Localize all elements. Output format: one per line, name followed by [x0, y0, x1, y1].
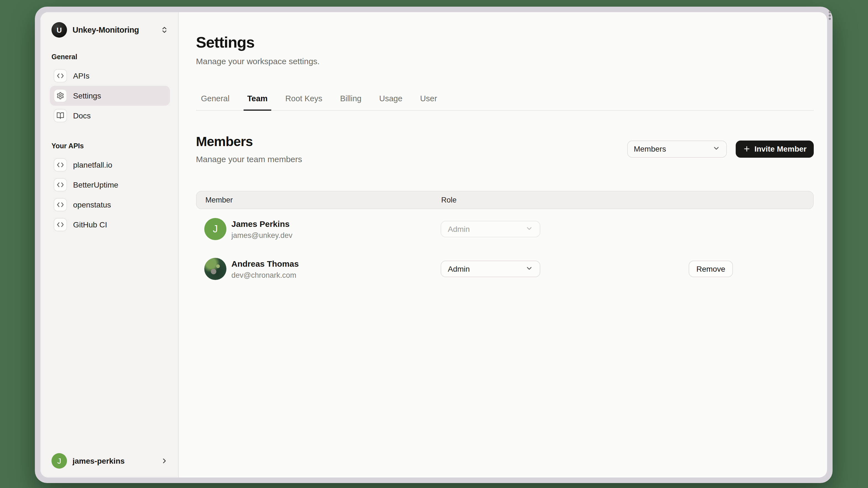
table-row-james-perkins: J James Perkins james@unkey.dev Admin [196, 209, 814, 249]
sidebar-item-label: APIs [73, 71, 89, 80]
user-menu[interactable]: J james-perkins [50, 452, 170, 470]
app-window: U Unkey-Monitoring General APIs [35, 7, 833, 483]
member-email: dev@chronark.com [231, 270, 299, 280]
sidebar-item-betteruptime[interactable]: BetterUptime [50, 175, 170, 195]
tab-root-keys[interactable]: Root Keys [280, 94, 328, 110]
main-content: Settings Manage your workspace settings.… [179, 12, 827, 478]
chevrons-up-down-icon [160, 26, 168, 34]
code-icon [54, 178, 67, 191]
sidebar-item-openstatus[interactable]: openstatus [50, 195, 170, 215]
code-icon [54, 69, 67, 83]
sidebar-item-label: planetfall.io [73, 160, 113, 169]
canvas-background: U Unkey-Monitoring General APIs [0, 0, 868, 488]
page-title: Settings [196, 34, 814, 52]
workspace-name: Unkey-Monitoring [72, 26, 155, 34]
gear-icon [54, 89, 67, 102]
chevron-down-icon [712, 144, 720, 154]
members-title: Members [196, 133, 627, 150]
tab-billing[interactable]: Billing [335, 94, 367, 110]
sidebar-item-settings[interactable]: Settings [50, 86, 170, 106]
sidebar-item-label: Docs [73, 111, 91, 120]
role-cell: Admin [434, 261, 689, 277]
members-header: Members Manage your team members Members [196, 133, 814, 164]
tab-general[interactable]: General [196, 94, 235, 110]
role-cell: Admin [434, 221, 689, 237]
members-filter-select[interactable]: Members [627, 140, 727, 157]
user-name: james-perkins [72, 456, 155, 465]
sidebar-item-label: GitHub CI [73, 220, 107, 229]
tab-team[interactable]: Team [242, 94, 273, 110]
column-header-member: Member [196, 196, 435, 204]
member-avatar: J [204, 218, 226, 240]
sidebar-item-label: openstatus [73, 200, 111, 209]
plus-icon [743, 145, 751, 153]
column-header-role: Role [435, 196, 689, 204]
chevron-down-icon [525, 224, 533, 234]
code-icon [54, 198, 67, 212]
settings-tabs: General Team Root Keys Billing Usage Use… [196, 94, 814, 111]
members-table-header: Member Role [196, 191, 814, 209]
code-icon [54, 218, 67, 231]
member-cell: Andreas Thomas dev@chronark.com [196, 258, 434, 280]
code-icon [54, 158, 67, 171]
window-drag-handle-dots[interactable] [829, 11, 831, 20]
role-select-disabled: Admin [441, 221, 540, 237]
member-name: James Perkins [231, 218, 292, 229]
workspace-switcher[interactable]: U Unkey-Monitoring [50, 21, 170, 39]
remove-member-button[interactable]: Remove [689, 261, 733, 277]
members-subtitle: Manage your team members [196, 154, 627, 164]
sidebar-item-github-ci[interactable]: GitHub CI [50, 215, 170, 235]
role-value: Admin [448, 264, 525, 273]
user-avatar: J [52, 453, 67, 469]
table-row-andreas-thomas: Andreas Thomas dev@chronark.com Admin [196, 249, 814, 289]
sidebar-item-label: Settings [73, 91, 101, 100]
role-value: Admin [448, 225, 525, 233]
workspace-logo: U [52, 22, 67, 38]
role-select[interactable]: Admin [441, 261, 540, 277]
chevron-down-icon [525, 264, 533, 273]
member-name: Andreas Thomas [231, 258, 299, 269]
members-table: Member Role J James Perkins james@unkey.… [196, 191, 814, 289]
member-cell: J James Perkins james@unkey.dev [196, 218, 434, 240]
member-email: james@unkey.dev [231, 230, 292, 240]
sidebar-item-docs[interactable]: Docs [50, 106, 170, 126]
members-filter-value: Members [634, 144, 712, 153]
tab-user[interactable]: User [415, 94, 442, 110]
sidebar-item-apis[interactable]: APIs [50, 66, 170, 86]
unkey-dashboard: U Unkey-Monitoring General APIs [40, 12, 827, 478]
sidebar: U Unkey-Monitoring General APIs [40, 12, 179, 478]
invite-member-button[interactable]: Invite Member [736, 140, 814, 157]
page-subtitle: Manage your workspace settings. [196, 56, 814, 67]
sidebar-item-planetfall[interactable]: planetfall.io [50, 155, 170, 175]
sidebar-section-your-apis: Your APIs [52, 142, 170, 150]
chevron-right-icon [160, 457, 168, 465]
sidebar-section-general: General [52, 53, 170, 61]
member-avatar-photo [204, 258, 226, 280]
book-open-icon [54, 109, 67, 122]
tab-usage[interactable]: Usage [374, 94, 407, 110]
invite-member-label: Invite Member [754, 144, 807, 153]
sidebar-item-label: BetterUptime [73, 181, 118, 189]
